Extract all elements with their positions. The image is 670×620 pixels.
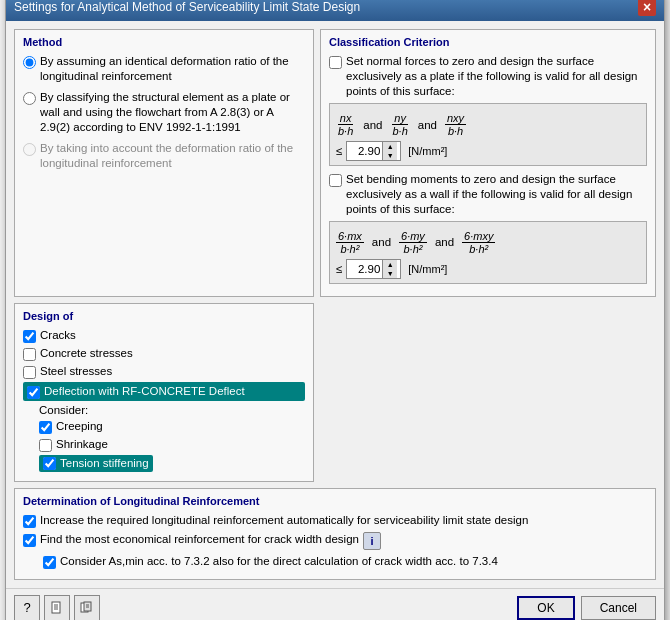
method-option-1: By classifying the structural element as… <box>23 90 305 135</box>
classification-title: Classification Criterion <box>329 36 647 48</box>
design-checkbox-2[interactable] <box>23 366 36 379</box>
spinner-up2[interactable]: ▲ <box>383 260 397 269</box>
longitudinal-checkbox-1[interactable] <box>23 534 36 547</box>
spinner2[interactable]: ▲ ▼ <box>382 260 397 278</box>
design-checkbox-3[interactable] <box>27 386 40 399</box>
longitudinal-sub-checkbox[interactable] <box>43 556 56 569</box>
design-item-2: Steel stresses <box>23 364 305 379</box>
design-of-panel: Design of CracksConcrete stressesSteel s… <box>14 303 314 482</box>
classification-box1: nx b·h and ny b·h and nxy b·h <box>329 103 647 166</box>
longitudinal-panel: Determination of Longitudinal Reinforcem… <box>14 488 656 580</box>
longitudinal-label-0: Increase the required longitudinal reinf… <box>40 513 528 528</box>
close-button[interactable]: × <box>638 0 656 16</box>
unit-label1: [N/mm²] <box>408 145 447 157</box>
help-button[interactable]: ? <box>14 595 40 620</box>
and1: and <box>363 119 382 131</box>
footer: ? OK Cancel <box>6 588 664 620</box>
footer-left: ? <box>14 595 100 620</box>
consider-item-2: Tension stiffening <box>39 455 153 472</box>
longitudinal-item-1: Find the most economical reinforcement f… <box>23 532 647 550</box>
consider-item-0: Creeping <box>39 419 305 434</box>
classification-box2: 6·mx b·h² and 6·my b·h² and 6·mxy b·h² <box>329 221 647 284</box>
method-panel: Method By assuming an identical deformat… <box>14 29 314 297</box>
fraction5: 6·my b·h² <box>399 230 427 255</box>
info-icon-1[interactable]: i <box>363 532 381 550</box>
leq-symbol1: ≤ <box>336 145 342 157</box>
fraction2: ny b·h <box>390 112 409 137</box>
longitudinal-checkbox-0[interactable] <box>23 515 36 528</box>
leq-row1: ≤ ▲ ▼ [N/mm²] <box>336 141 640 161</box>
dialog-title: Settings for Analytical Method of Servic… <box>14 0 360 14</box>
doc-icon2 <box>80 601 94 615</box>
design-items: CracksConcrete stressesSteel stressesDef… <box>23 328 305 401</box>
spinner1[interactable]: ▲ ▼ <box>382 142 397 160</box>
design-label-1: Concrete stresses <box>40 346 133 361</box>
method-label-1: By classifying the structural element as… <box>40 90 305 135</box>
design-label-0: Cracks <box>40 328 76 343</box>
and3: and <box>372 236 391 248</box>
title-bar: Settings for Analytical Method of Servic… <box>6 0 664 21</box>
method-label-2: By taking into account the deformation r… <box>40 141 305 171</box>
classification-section1: Set normal forces to zero and design the… <box>329 54 647 99</box>
and4: and <box>435 236 454 248</box>
method-options: By assuming an identical deformation rat… <box>23 54 305 171</box>
value-field2[interactable] <box>347 262 382 276</box>
longitudinal-label-1: Find the most economical reinforcement f… <box>40 532 359 547</box>
method-option-0: By assuming an identical deformation rat… <box>23 54 305 84</box>
longitudinal-sub-item: Consider As,min acc. to 7.3.2 also for t… <box>43 554 647 569</box>
unit-label2: [N/mm²] <box>408 263 447 275</box>
doc-icon1 <box>50 601 64 615</box>
design-panel: Design of CracksConcrete stressesSteel s… <box>14 303 656 482</box>
classification-checkbox2[interactable] <box>329 174 342 187</box>
doc-button2[interactable] <box>74 595 100 620</box>
method-label-0: By assuming an identical deformation rat… <box>40 54 305 84</box>
value-input1[interactable]: ▲ ▼ <box>346 141 401 161</box>
consider-label: Consider: <box>39 404 305 416</box>
consider-checkbox-0[interactable] <box>39 421 52 434</box>
method-radio-2[interactable] <box>23 143 36 156</box>
classification-label1: Set normal forces to zero and design the… <box>346 54 647 99</box>
value-input2[interactable]: ▲ ▼ <box>346 259 401 279</box>
fraction-row1: nx b·h and ny b·h and nxy b·h <box>336 112 640 137</box>
consider-label-0: Creeping <box>56 419 103 434</box>
design-right-empty <box>320 303 656 482</box>
method-radio-0[interactable] <box>23 56 36 69</box>
consider-item-1: Shrinkage <box>39 437 305 452</box>
leq-symbol2: ≤ <box>336 263 342 275</box>
classification-panel: Classification Criterion Set normal forc… <box>320 29 656 297</box>
classification-label2: Set bending moments to zero and design t… <box>346 172 647 217</box>
longitudinal-title: Determination of Longitudinal Reinforcem… <box>23 495 647 507</box>
design-checkbox-1[interactable] <box>23 348 36 361</box>
spinner-down1[interactable]: ▼ <box>383 151 397 160</box>
main-dialog: Settings for Analytical Method of Servic… <box>5 0 665 620</box>
doc-button1[interactable] <box>44 595 70 620</box>
classification-section2: Set bending moments to zero and design t… <box>329 172 647 217</box>
spinner-up1[interactable]: ▲ <box>383 142 397 151</box>
fraction4: 6·mx b·h² <box>336 230 364 255</box>
classification-checkbox1[interactable] <box>329 56 342 69</box>
ok-button[interactable]: OK <box>517 596 574 620</box>
design-item-3: Deflection with RF-CONCRETE Deflect <box>23 382 305 401</box>
consider-items: CreepingShrinkageTension stiffening <box>39 419 305 475</box>
fraction1: nx b·h <box>336 112 355 137</box>
consider-checkbox-1[interactable] <box>39 439 52 452</box>
spinner-down2[interactable]: ▼ <box>383 269 397 278</box>
fraction6: 6·mxy b·h² <box>462 230 495 255</box>
footer-right: OK Cancel <box>517 596 656 620</box>
method-radio-1[interactable] <box>23 92 36 105</box>
consider-checkbox-2[interactable] <box>43 457 56 470</box>
longitudinal-item-0: Increase the required longitudinal reinf… <box>23 513 647 528</box>
value-field1[interactable] <box>347 144 382 158</box>
fraction-row2: 6·mx b·h² and 6·my b·h² and 6·mxy b·h² <box>336 230 640 255</box>
consider-label-1: Shrinkage <box>56 437 108 452</box>
design-of-title: Design of <box>23 310 305 322</box>
sub-checkbox-row: Consider As,min acc. to 7.3.2 also for t… <box>43 554 647 569</box>
cancel-button[interactable]: Cancel <box>581 596 656 620</box>
design-checkbox-0[interactable] <box>23 330 36 343</box>
consider-label-2: Tension stiffening <box>60 457 149 469</box>
design-label-3: Deflection with RF-CONCRETE Deflect <box>44 384 245 399</box>
method-option-2: By taking into account the deformation r… <box>23 141 305 171</box>
fraction3: nxy b·h <box>445 112 466 137</box>
leq-row2: ≤ ▲ ▼ [N/mm²] <box>336 259 640 279</box>
design-label-2: Steel stresses <box>40 364 112 379</box>
